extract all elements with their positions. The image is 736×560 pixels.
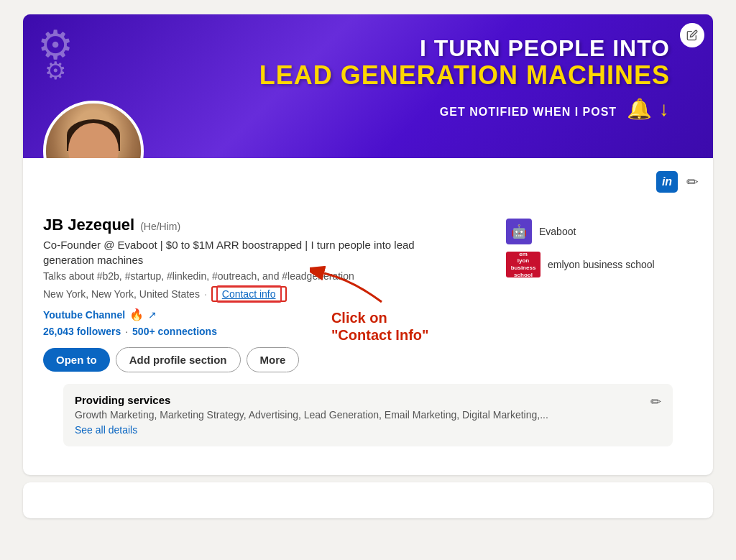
contact-info-link[interactable]: Contact info — [216, 285, 282, 303]
banner-title-line2: LEAD GENERATION MACHINES — [259, 61, 670, 90]
emlyon-logo: emlyonbusinessschool — [506, 252, 540, 277]
page-wrapper: ⚙ ⚙ I TURN PEOPLE INTO LEAD GENERATION M… — [23, 14, 713, 518]
profile-talks-about: Talks about #b2b, #startup, #linkedin, #… — [43, 270, 506, 282]
banner-edit-button[interactable] — [680, 23, 704, 47]
contact-info-highlight: Contact info — [211, 286, 287, 302]
card-edit-row: in ✏ — [656, 171, 699, 193]
profile-name: JB Jezequel — [43, 216, 134, 234]
services-see-all-link[interactable]: See all details — [75, 424, 137, 436]
profile-body: JB Jezequel (He/Him) Co-Founder @ Evaboo… — [23, 201, 713, 475]
profile-edit-button[interactable]: ✏ — [686, 173, 699, 191]
profile-right-column: 🤖 Evaboot emlyonbusinessschool emlyon bu… — [506, 216, 693, 277]
services-section: Providing services Growth Marketing, Mar… — [63, 384, 673, 446]
services-list: Growth Marketing, Marketing Strategy, Ad… — [75, 409, 643, 421]
linkedin-logo: in — [656, 171, 678, 193]
services-content: Providing services Growth Marketing, Mar… — [75, 394, 643, 436]
profile-header-row: JB Jezequel (He/Him) Co-Founder @ Evaboo… — [43, 216, 693, 372]
evaboot-name: Evaboot — [539, 226, 576, 237]
add-profile-section-button[interactable]: Add profile section — [116, 347, 241, 372]
profile-tagline: Co-Founder @ Evaboot | $0 to $1M ARR boo… — [43, 237, 446, 267]
external-link-icon: ↗ — [148, 309, 157, 321]
banner-subtitle: GET NOTIFIED WHEN I POST 🔔 ↓ — [259, 97, 670, 121]
banner-gears-area: ⚙ ⚙ — [37, 25, 73, 83]
annotation-arrow-svg — [310, 266, 396, 309]
services-wrapper: Providing services Growth Marketing, Mar… — [43, 384, 693, 446]
more-button[interactable]: More — [247, 347, 300, 372]
youtube-channel-link[interactable]: Youtube Channel — [43, 309, 125, 321]
actions-row: Open to Add profile section More — [43, 347, 506, 372]
banner-text: I TURN PEOPLE INTO LEAD GENERATION MACHI… — [259, 36, 670, 121]
followers-row: 26,043 followers · 500+ connections — [43, 326, 506, 337]
services-title: Providing services — [75, 394, 643, 406]
followers-separator: · — [125, 326, 128, 337]
youtube-row: Youtube Channel 🔥 ↗ — [43, 308, 506, 321]
company-item-evaboot[interactable]: 🤖 Evaboot — [506, 219, 693, 244]
pencil-icon — [686, 29, 698, 41]
banner-title-line1: I TURN PEOPLE INTO — [259, 36, 670, 61]
connections-link[interactable]: 500+ connections — [132, 326, 217, 337]
profile-location: New York, New York, United States — [43, 288, 200, 300]
bell-icon: 🔔 — [627, 98, 653, 120]
name-row: JB Jezequel (He/Him) — [43, 216, 506, 234]
annotation-text: Click on "Contact Info" — [331, 309, 429, 344]
emlyon-name: emlyon business school — [548, 259, 655, 270]
gear-icon-small: ⚙ — [45, 58, 73, 83]
open-to-button[interactable]: Open to — [43, 348, 110, 372]
separator-dot: · — [204, 288, 207, 300]
fire-icon: 🔥 — [129, 308, 144, 321]
profile-left-column: JB Jezequel (He/Him) Co-Founder @ Evaboo… — [43, 216, 506, 372]
services-edit-button[interactable]: ✏ — [650, 394, 661, 410]
profile-banner: ⚙ ⚙ I TURN PEOPLE INTO LEAD GENERATION M… — [23, 14, 713, 158]
evaboot-logo: 🤖 — [506, 219, 532, 244]
avatar-person — [50, 112, 137, 158]
second-card — [23, 482, 713, 518]
avatar-image — [46, 104, 141, 158]
annotation-overlay: Click on "Contact Info" — [310, 266, 429, 344]
followers-count[interactable]: 26,043 followers — [43, 326, 121, 337]
profile-card: ⚙ ⚙ I TURN PEOPLE INTO LEAD GENERATION M… — [23, 14, 713, 475]
profile-pronouns: (He/Him) — [140, 221, 180, 232]
arrow-down-icon: ↓ — [659, 98, 670, 120]
company-item-emlyon[interactable]: emlyonbusinessschool emlyon business sch… — [506, 252, 693, 277]
profile-location-row: New York, New York, United States · Cont… — [43, 286, 506, 302]
